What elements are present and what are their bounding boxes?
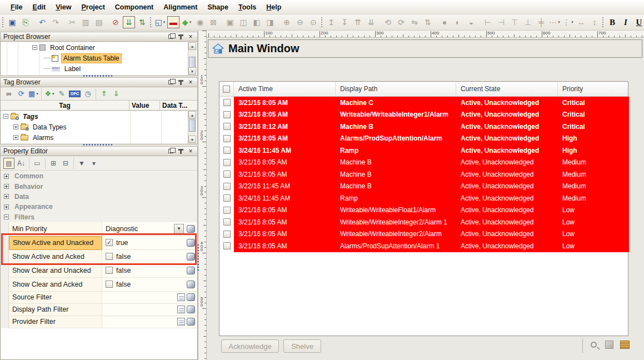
tag-node-tags[interactable]: −Tags bbox=[1, 111, 197, 122]
dropdown-arrow-icon[interactable]: ▾ bbox=[52, 92, 54, 96]
alarm-row[interactable]: 3/24/16 11:45 AMRampActive, Unacknowledg… bbox=[219, 192, 628, 204]
underline-icon[interactable]: U bbox=[633, 16, 644, 28]
tree-node-root-container[interactable]: −Root Container bbox=[1, 42, 197, 53]
component-palette-icon[interactable]: ◆▾ bbox=[181, 16, 193, 28]
menu-view[interactable]: View bbox=[51, 2, 76, 13]
flip-vertical-icon[interactable]: ⇅ bbox=[422, 16, 434, 28]
text-editor-icon[interactable] bbox=[177, 293, 185, 301]
row-checkbox[interactable] bbox=[223, 159, 231, 166]
checkbox-unchecked-icon[interactable] bbox=[106, 267, 113, 274]
db-readonly-icon[interactable]: ⊘ bbox=[109, 16, 122, 28]
cut-icon[interactable]: ✂ bbox=[66, 16, 78, 28]
property-category-behavior[interactable]: +Behavior bbox=[1, 181, 197, 191]
lock-icon[interactable]: ⊠ bbox=[207, 16, 219, 28]
ungroup-icon[interactable]: ◫ bbox=[237, 16, 249, 28]
chart-icon[interactable] bbox=[603, 339, 615, 350]
tag-node-alarms[interactable]: +Alarms bbox=[1, 132, 197, 143]
binding-icon[interactable] bbox=[187, 225, 195, 233]
shelve-button[interactable]: Shelve bbox=[283, 339, 321, 353]
lower-to-bottom-icon[interactable]: ⇊ bbox=[365, 16, 377, 28]
alarm-row[interactable]: 3/21/16 8:05 AMAlarms/ProdSupAttention/A… bbox=[219, 240, 628, 252]
filter-properties-icon[interactable]: ▼ bbox=[76, 158, 87, 169]
find-tag-icon[interactable]: ∞ bbox=[3, 88, 14, 99]
distribute-h-icon[interactable]: ⋯▾ bbox=[548, 16, 561, 28]
distribute-v-icon[interactable]: ⋮▾ bbox=[562, 16, 574, 28]
category-expander-icon[interactable]: − bbox=[4, 214, 9, 219]
float-panel-icon[interactable] bbox=[167, 79, 174, 86]
binding-icon[interactable] bbox=[187, 253, 195, 261]
toolbar-drag-handle[interactable] bbox=[602, 17, 603, 27]
alarm-row[interactable]: 3/21/16 8:05 AMWriteable/WriteableIntege… bbox=[219, 109, 628, 121]
category-expander-icon[interactable]: + bbox=[4, 174, 9, 179]
menu-edit[interactable]: Edit bbox=[28, 2, 51, 13]
opc-browse-icon[interactable]: OPC bbox=[68, 88, 81, 99]
row-checkbox[interactable] bbox=[223, 123, 231, 130]
center-icon[interactable]: ╪ bbox=[535, 16, 547, 28]
export-tags-icon[interactable]: ⇓ bbox=[111, 88, 122, 99]
row-checkbox[interactable] bbox=[223, 135, 231, 142]
alarm-row[interactable]: 3/22/16 11:45 AMMachine BActive, Unackno… bbox=[219, 181, 628, 193]
checkbox-unchecked-icon[interactable] bbox=[106, 281, 113, 288]
alarm-row[interactable]: 3/21/16 8:05 AMMachine CActive, Unacknow… bbox=[219, 97, 628, 109]
align-bottom-icon[interactable]: ⊥ bbox=[522, 16, 534, 28]
property-value[interactable] bbox=[102, 304, 176, 316]
bold-icon[interactable]: B bbox=[606, 16, 618, 28]
zoom-actual-icon[interactable]: ⊙ bbox=[307, 16, 319, 28]
toolbar-drag-handle[interactable] bbox=[150, 17, 151, 27]
add-tag-icon[interactable]: ❖▾ bbox=[44, 88, 55, 99]
match-width-icon[interactable]: ↔ bbox=[575, 16, 587, 28]
tree-expander-icon[interactable]: − bbox=[32, 45, 37, 50]
menu-help[interactable]: Help bbox=[261, 2, 286, 13]
expand-all-icon[interactable]: ⊞ bbox=[48, 158, 59, 169]
panel-splitter-handle[interactable] bbox=[83, 75, 112, 77]
binding-icon[interactable] bbox=[187, 267, 195, 274]
value-column-header[interactable]: Value bbox=[129, 101, 160, 110]
row-checkbox[interactable] bbox=[223, 111, 231, 118]
rectangle-tool-icon[interactable]: ▬ bbox=[167, 16, 179, 28]
save-icon[interactable]: ▣ bbox=[6, 16, 18, 28]
toolbar-drag-handle[interactable] bbox=[321, 17, 322, 27]
align-top-icon[interactable]: ⊤ bbox=[508, 16, 521, 28]
text-editor-icon[interactable] bbox=[177, 306, 185, 313]
binding-icon[interactable] bbox=[187, 239, 195, 247]
menu-alignment[interactable]: Alignment bbox=[158, 2, 202, 13]
shape-intersect-icon[interactable]: ◐ bbox=[452, 16, 464, 28]
union-icon[interactable]: ◧ bbox=[251, 16, 263, 28]
tree-expander-icon[interactable]: − bbox=[3, 114, 8, 119]
dropdown-arrow-icon[interactable]: ▾ bbox=[558, 20, 560, 24]
binding-icon[interactable] bbox=[187, 306, 195, 313]
float-panel-icon[interactable] bbox=[167, 33, 174, 41]
property-category-filters[interactable]: −Filters bbox=[1, 212, 197, 222]
alarm-row[interactable]: 3/21/16 8:05 AMWriteable/WriteableIntege… bbox=[219, 216, 628, 228]
checkbox-unchecked-icon[interactable] bbox=[106, 253, 113, 260]
property-value[interactable]: ✓true bbox=[102, 236, 185, 250]
raise-icon[interactable]: ↥ bbox=[325, 16, 337, 28]
menu-file[interactable]: File bbox=[6, 2, 28, 13]
open-window-icon[interactable]: ◱▾ bbox=[154, 16, 166, 28]
group-icon[interactable]: ▣ bbox=[224, 16, 236, 28]
rotate-cw-icon[interactable]: ⟳ bbox=[395, 16, 407, 28]
tag-node-data-types[interactable]: +Data Types bbox=[1, 122, 197, 132]
datatype-column-header[interactable]: Data T... bbox=[160, 101, 189, 110]
menu-tools[interactable]: Tools bbox=[233, 2, 261, 13]
flip-horizontal-icon[interactable]: ⇋ bbox=[408, 16, 421, 28]
align-right-icon[interactable]: ⊣ bbox=[495, 16, 507, 28]
alarm-row[interactable]: 3/21/16 8:05 AMMachine BActive, Unacknow… bbox=[219, 157, 628, 169]
zoom-in-icon[interactable]: ⊕ bbox=[281, 16, 293, 28]
tag-timer-icon[interactable]: ◷ bbox=[82, 88, 93, 99]
property-category-common[interactable]: +Common bbox=[1, 171, 197, 181]
binding-icon[interactable] bbox=[187, 318, 195, 326]
sort-az-icon[interactable]: A↓ bbox=[16, 158, 27, 169]
tag-column-header[interactable]: Tag bbox=[1, 101, 129, 110]
close-panel-icon[interactable]: × bbox=[187, 79, 194, 86]
row-checkbox[interactable] bbox=[223, 207, 231, 214]
menu-project[interactable]: Project bbox=[76, 2, 109, 13]
category-expander-icon[interactable]: + bbox=[4, 184, 9, 189]
shelved-alarms-icon[interactable] bbox=[619, 339, 630, 350]
categorize-icon[interactable]: ▤ bbox=[3, 158, 14, 169]
undo-icon[interactable]: ↶ bbox=[36, 16, 48, 28]
row-checkbox[interactable] bbox=[223, 171, 231, 178]
alarm-row[interactable]: 3/21/16 8:12 AMMachine BActive, Unacknow… bbox=[219, 121, 628, 133]
alarm-status-table[interactable]: Active TimeDisplay PathCurrent StatePrio… bbox=[219, 81, 628, 336]
panel-splitter-handle[interactable] bbox=[83, 144, 112, 146]
